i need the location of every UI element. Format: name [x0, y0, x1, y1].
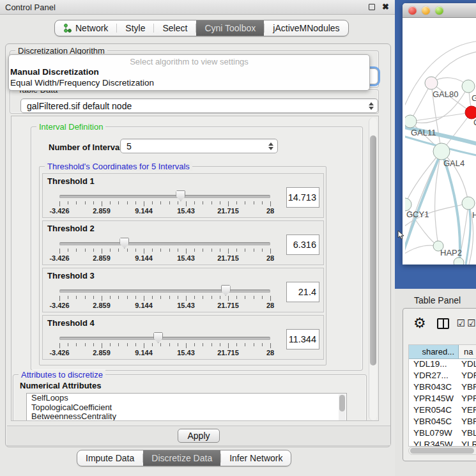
- tab-network[interactable]: Network: [55, 20, 116, 36]
- slider-track[interactable]: [59, 242, 270, 245]
- network-node[interactable]: [405, 115, 417, 128]
- network-node[interactable]: [405, 198, 411, 211]
- network-node[interactable]: [433, 143, 450, 160]
- tab-jactivemnodules[interactable]: jActiveMNodules: [265, 20, 348, 36]
- threshold-block: Threshold 2-3.4262.8599.14415.4321.71528…: [42, 220, 324, 265]
- table-cell: YER0: [459, 405, 476, 417]
- attribute-list-item[interactable]: TopologicalCoefficient: [27, 403, 346, 413]
- tick-mark: [85, 343, 86, 346]
- tick-mark: [245, 249, 245, 252]
- attribute-list-item[interactable]: BetweennessCentrality: [27, 412, 346, 421]
- tick-mark: [144, 249, 144, 254]
- tick-mark: [254, 343, 254, 346]
- slider-tick-labels: -3.4262.8599.14415.4321.71528: [59, 207, 270, 215]
- table-data-combobox[interactable]: galFiltered.sif default node: [20, 98, 378, 113]
- tick-mark: [228, 296, 229, 301]
- numerical-attributes-list[interactable]: SelfLoopsTopologicalCoefficientBetweenne…: [26, 393, 347, 421]
- minimize-traffic-icon[interactable]: [422, 6, 430, 15]
- network-node[interactable]: [425, 77, 438, 89]
- threshold-value-field[interactable]: 6.316: [286, 234, 319, 255]
- tab-cyni-toolbox[interactable]: Cyni Toolbox: [196, 20, 264, 36]
- table-horizontal-scrollbar[interactable]: [408, 447, 476, 455]
- attribute-list-item[interactable]: SelfLoops: [27, 394, 346, 403]
- table-row[interactable]: YBR043CYBR0: [409, 382, 476, 394]
- table-panel-toolbar: ⚙ ☑ ☑: [403, 309, 476, 338]
- table-row[interactable]: YLR345WYLR3: [409, 440, 476, 447]
- tab-select[interactable]: Select: [154, 20, 196, 36]
- network-edge-highlighted[interactable]: [466, 203, 470, 265]
- close-button[interactable]: ✖: [381, 3, 390, 12]
- table-row[interactable]: YDL19...YDL1: [409, 359, 476, 371]
- tick-mark: [262, 249, 263, 252]
- tick-mark: [245, 296, 245, 299]
- checkbox-icon[interactable]: ☑: [467, 318, 475, 329]
- apply-button[interactable]: Apply: [178, 429, 220, 443]
- table-row[interactable]: YDR27...YDR2: [409, 371, 476, 382]
- dropdown-placeholder[interactable]: Select algorithm to view settings: [9, 55, 369, 66]
- checkbox-icon[interactable]: ☑: [457, 318, 465, 329]
- tick-mark: [270, 201, 271, 206]
- tab-label: Impute Data: [86, 453, 134, 463]
- scrollbar-thumb[interactable]: [410, 448, 474, 454]
- table-row[interactable]: YBR045CYBR0: [409, 417, 476, 428]
- dropdown-option[interactable]: Equal Width/Frequency Discretization: [9, 77, 369, 88]
- close-traffic-icon[interactable]: [408, 6, 417, 15]
- attributes-scrollbar[interactable]: [339, 394, 346, 421]
- network-edge[interactable]: [410, 112, 472, 121]
- zoom-traffic-icon[interactable]: [435, 6, 443, 15]
- settings-vertical-scrollbar[interactable]: [369, 118, 377, 420]
- network-node[interactable]: [454, 257, 464, 265]
- column-header[interactable]: na: [459, 345, 476, 358]
- tick-mark: [59, 249, 60, 254]
- tick-mark: [186, 343, 187, 348]
- tick-mark: [270, 296, 271, 301]
- table-cell: YLR345W: [409, 440, 459, 447]
- slider-track[interactable]: [59, 337, 270, 340]
- slider-thumb[interactable]: [176, 190, 185, 201]
- network-node[interactable]: [462, 80, 475, 93]
- table-panel-region: Table Panel ⚙ ☑ ☑ shared...na YDL19...YD…: [395, 289, 476, 476]
- tab-infer-network[interactable]: Infer Network: [221, 450, 291, 466]
- network-edge[interactable]: [405, 41, 476, 114]
- network-window-titlebar[interactable]: [403, 3, 476, 18]
- tick-mark: [85, 201, 86, 204]
- float-button[interactable]: [367, 3, 376, 12]
- network-node[interactable]: [462, 197, 475, 210]
- slider-thumb[interactable]: [119, 238, 129, 249]
- tick-mark: [262, 201, 263, 204]
- table-row[interactable]: YPR145WYPR1: [409, 394, 476, 405]
- tick-mark: [254, 296, 254, 299]
- split-columns-icon[interactable]: [437, 318, 449, 329]
- table-cell: YBR0: [459, 382, 476, 394]
- gear-icon[interactable]: ⚙: [413, 316, 426, 330]
- network-node-label: HAP2: [440, 248, 462, 257]
- node-attribute-table[interactable]: shared...na YDL19...YDL1YDR27...YDR2YBR0…: [408, 344, 476, 447]
- number-of-intervals-combobox[interactable]: 5: [120, 139, 278, 153]
- slider-track[interactable]: [59, 289, 270, 293]
- tick-mark: [254, 249, 254, 252]
- slider-thumb[interactable]: [221, 285, 231, 296]
- tab-style[interactable]: Style: [117, 20, 153, 36]
- threshold-value-field[interactable]: 21.4: [286, 282, 319, 302]
- threshold-value-field[interactable]: 14.713: [286, 187, 319, 208]
- threshold-value-field[interactable]: 11.344: [286, 329, 319, 349]
- tick-mark: [228, 343, 229, 348]
- bottom-tab-bar: Impute DataDiscretize DataInfer Network: [77, 450, 291, 466]
- slider-track[interactable]: [59, 195, 270, 198]
- slider-thumb[interactable]: [153, 332, 163, 343]
- table-row[interactable]: YBL079WYBL0: [409, 428, 476, 440]
- tick-mark: [220, 249, 220, 252]
- dropdown-option[interactable]: Manual Discretization: [9, 66, 369, 77]
- tab-impute-data[interactable]: Impute Data: [77, 450, 142, 466]
- scrollbar-thumb[interactable]: [339, 395, 345, 411]
- table-row[interactable]: YER054CYER0: [409, 405, 476, 417]
- network-canvas[interactable]: GAL80GACGAL11GAL4GCY1HHAP2: [405, 18, 476, 265]
- scrollbar-thumb[interactable]: [370, 135, 376, 365]
- tab-discretize-data[interactable]: Discretize Data: [143, 450, 220, 466]
- cytoscape-desktop: GAL80GACGAL11GAL4GCY1HHAP2: [395, 0, 476, 289]
- tick-mark: [59, 296, 60, 301]
- tick-label: 2.859: [93, 254, 111, 262]
- network-node[interactable]: [465, 106, 476, 119]
- column-header[interactable]: shared...: [409, 345, 459, 358]
- tick-mark: [127, 249, 128, 252]
